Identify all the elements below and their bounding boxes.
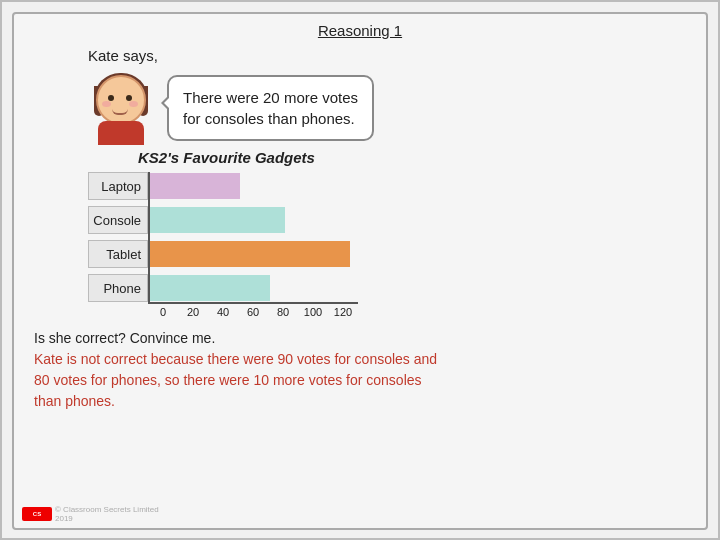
x-tick-0: 0	[148, 306, 178, 318]
bars-container	[148, 172, 358, 302]
page-title: Reasoning 1	[28, 22, 692, 39]
x-tick-100: 100	[298, 306, 328, 318]
chart-section: KS2's Favourite Gadgets Laptop Console T…	[88, 149, 692, 318]
speech-bubble: There were 20 more votesfor consoles tha…	[167, 75, 374, 141]
avatar	[88, 70, 153, 145]
bar-row-phone	[150, 274, 358, 302]
kate-label: Kate says,	[88, 47, 692, 64]
avatar-right-eye	[126, 95, 132, 101]
question-text: Is she correct? Convince me.	[34, 328, 692, 349]
x-tick-60: 60	[238, 306, 268, 318]
watermark: CS © Classroom Secrets Limited2019	[22, 505, 159, 523]
bar-tablet	[150, 241, 350, 267]
label-console: Console	[88, 206, 148, 234]
label-phone: Phone	[88, 274, 148, 302]
avatar-left-eye	[108, 95, 114, 101]
x-tick-80: 80	[268, 306, 298, 318]
x-axis: 0 20 40 60 80 100 120	[148, 302, 358, 318]
speech-bubble-text: There were 20 more votesfor consoles tha…	[183, 89, 358, 127]
avatar-right-cheek	[129, 101, 138, 107]
bar-phone	[150, 275, 270, 301]
avatar-bubble-row: There were 20 more votesfor consoles tha…	[88, 70, 692, 145]
chart-title: KS2's Favourite Gadgets	[138, 149, 692, 166]
avatar-left-cheek	[102, 101, 111, 107]
label-tablet: Tablet	[88, 240, 148, 268]
bar-row-laptop	[150, 172, 358, 200]
chart-area: Laptop Console Tablet Phone	[88, 172, 692, 318]
bar-row-tablet	[150, 240, 358, 268]
avatar-body	[98, 121, 144, 145]
watermark-text: © Classroom Secrets Limited2019	[55, 505, 159, 523]
label-laptop: Laptop	[88, 172, 148, 200]
bar-row-console	[150, 206, 358, 234]
x-tick-40: 40	[208, 306, 238, 318]
answer-text: Kate is not correct because there were 9…	[34, 349, 692, 412]
avatar-mouth	[112, 109, 128, 115]
watermark-logo-text: CS	[33, 511, 41, 517]
page-container: Reasoning 1 Kate says,	[0, 0, 720, 540]
bar-laptop	[150, 173, 240, 199]
chart-labels: Laptop Console Tablet Phone	[88, 172, 148, 318]
bottom-text: Is she correct? Convince me. Kate is not…	[34, 328, 692, 412]
content-border: Reasoning 1 Kate says,	[12, 12, 708, 530]
x-tick-120: 120	[328, 306, 358, 318]
bar-console	[150, 207, 285, 233]
avatar-head	[96, 75, 146, 125]
chart-bars-and-axis: 0 20 40 60 80 100 120	[148, 172, 358, 318]
watermark-logo: CS	[22, 507, 52, 521]
x-tick-20: 20	[178, 306, 208, 318]
